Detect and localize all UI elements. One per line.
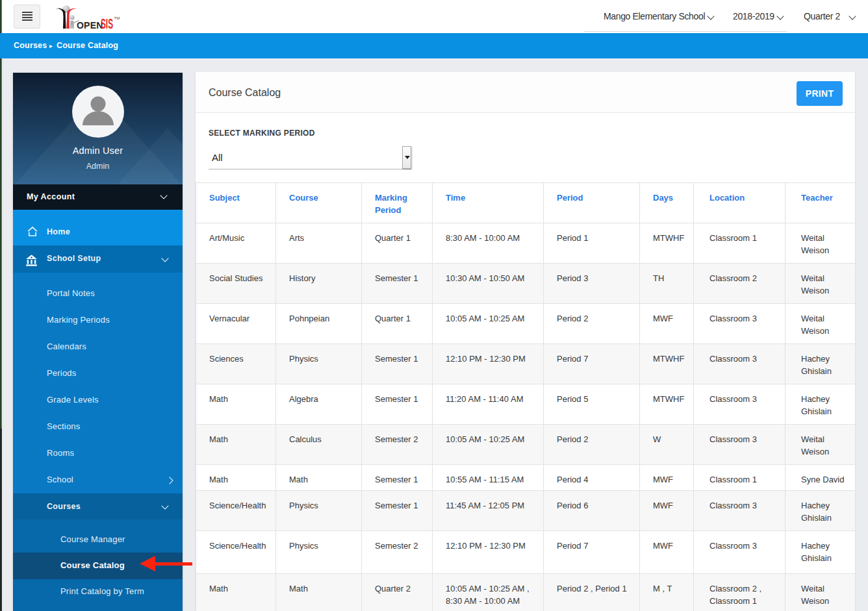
svg-text:SIS: SIS xyxy=(101,16,113,31)
svg-text:TM: TM xyxy=(114,16,120,20)
svg-text:OPEN: OPEN xyxy=(77,20,103,31)
